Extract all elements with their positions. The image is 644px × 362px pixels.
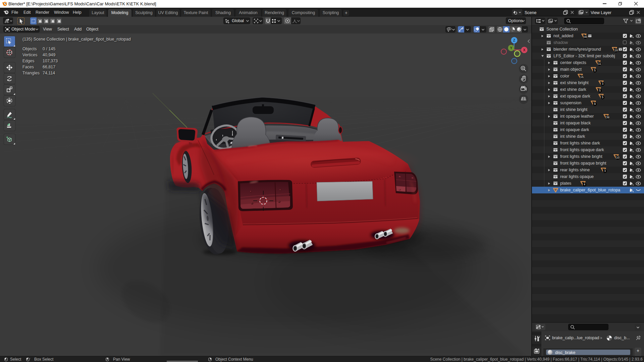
svg-text:X: X — [523, 48, 525, 52]
svg-text:Y: Y — [510, 46, 512, 50]
svg-text:Z: Z — [513, 38, 516, 42]
